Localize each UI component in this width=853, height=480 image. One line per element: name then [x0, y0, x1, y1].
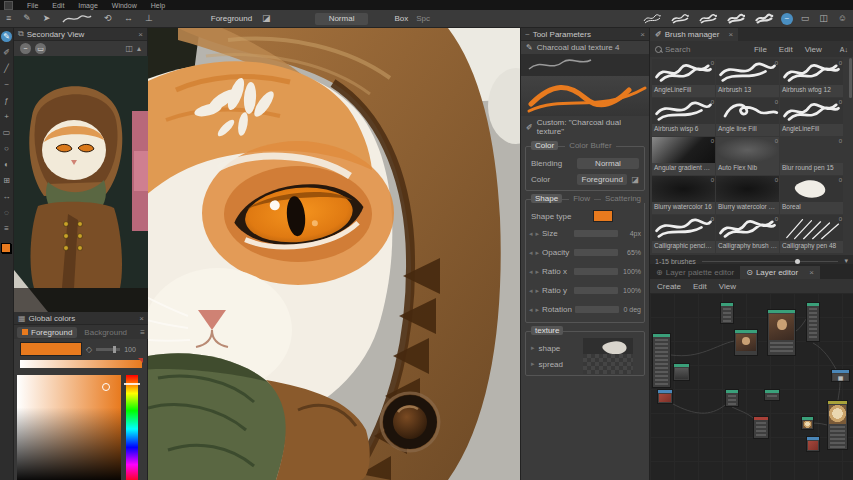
layer-node[interactable] [764, 389, 780, 401]
texture-thumb[interactable] [583, 354, 633, 374]
menu-icon[interactable]: ≡ [140, 328, 145, 337]
brush-card[interactable]: 0Airbrush wfog 12 [780, 59, 843, 97]
brush-icon[interactable]: ✎ [21, 14, 33, 23]
node-header[interactable] [674, 364, 689, 367]
node-header[interactable] [658, 390, 672, 393]
node-header[interactable] [754, 417, 768, 420]
slider-ratio-x[interactable]: ◂▸Ratio x100% [526, 262, 644, 281]
layer-node[interactable] [734, 329, 758, 356]
node-graph-canvas[interactable]: ▦ [650, 293, 853, 480]
collapse-icon[interactable]: ▴ [137, 44, 141, 53]
tab-flow[interactable]: Flow [569, 194, 594, 203]
zoom-tool[interactable]: ◌ [1, 207, 12, 218]
layer-node[interactable] [753, 416, 769, 439]
pin-icon[interactable]: ◂ [529, 249, 533, 257]
layer-node[interactable] [827, 400, 848, 450]
layer-copy-icon[interactable]: ◪ [260, 14, 273, 23]
menu-help[interactable]: Help [151, 2, 165, 9]
node-header[interactable] [721, 303, 733, 306]
tab-scattering[interactable]: Scattering [601, 194, 645, 203]
brush-card[interactable]: 0Boreal [780, 176, 843, 214]
brush-tool[interactable]: ✎ [1, 31, 12, 42]
close-icon[interactable]: × [139, 314, 144, 323]
slider-size[interactable]: ◂▸Size4px [526, 224, 644, 243]
hue-strip[interactable] [126, 375, 138, 480]
mirror-icon[interactable]: ⊥ [143, 14, 155, 23]
expand-icon[interactable]: ▸ [536, 306, 540, 314]
eyedropper-tool[interactable]: + [1, 111, 12, 122]
brush-card[interactable]: 0Airbrush wisp 6 [652, 98, 715, 136]
brush-card[interactable]: 0Angular gradient curve... [652, 137, 715, 175]
bm-menu-file[interactable]: File [754, 45, 767, 54]
node-header[interactable] [765, 390, 779, 393]
user-icon[interactable]: ☺ [836, 14, 849, 23]
custom-row[interactable]: ✐ Custom: "Charcoal dual texture" [521, 116, 649, 138]
le-menu-create[interactable]: Create [657, 282, 681, 291]
expand-icon[interactable]: ▸ [536, 249, 540, 257]
slider-opacity[interactable]: ◂▸Opacity65% [526, 243, 644, 262]
bm-menu-view[interactable]: View [805, 45, 822, 54]
pin-icon[interactable]: ◂ [529, 287, 533, 295]
opacity-mini-slider[interactable] [96, 348, 120, 351]
flip-icon[interactable]: ↔ [122, 14, 135, 23]
brush-card[interactable]: 0AngleLineFill [652, 59, 715, 97]
frame-mode-icon[interactable]: ▭ [35, 43, 46, 54]
smudge-tool[interactable]: ~ [1, 79, 12, 90]
brush-preset-3[interactable] [697, 12, 719, 25]
slider-track[interactable] [574, 249, 618, 256]
le-menu-edit[interactable]: Edit [693, 282, 707, 291]
expand-icon[interactable]: ▸ [536, 287, 540, 295]
brush-preset-5[interactable] [753, 12, 775, 25]
search-input[interactable]: Search [655, 45, 733, 54]
layer-node[interactable] [806, 436, 820, 452]
brush-card[interactable]: 0Calligraphy brush 23 [716, 215, 779, 253]
box-toggle[interactable]: Box [394, 14, 408, 23]
brush-card[interactable]: 0AngleLineFill [780, 98, 843, 136]
pin-icon[interactable]: ◂ [529, 268, 533, 276]
app-icon[interactable] [4, 1, 13, 10]
le-menu-view[interactable]: View [719, 282, 736, 291]
marquee-tool[interactable]: ▭ [1, 127, 12, 138]
slider-track[interactable] [574, 268, 618, 275]
rotate-icon[interactable]: ⟲ [102, 14, 114, 23]
texture-row-spread[interactable]: ▸spread [526, 356, 644, 372]
brush-manager-tab[interactable]: ✐ Brush manager × [650, 28, 738, 41]
preset-row[interactable]: ✎ Charcoal dual texture 4 [521, 41, 649, 54]
slider-track[interactable] [574, 230, 618, 237]
node-header[interactable] [802, 417, 813, 420]
shape-type-swatch[interactable] [593, 210, 613, 222]
expand-icon[interactable]: ▸ [536, 230, 540, 238]
diamond-icon[interactable]: ◇ [86, 345, 92, 354]
message-icon[interactable]: ▭ [799, 14, 812, 23]
bm-menu-edit[interactable]: Edit [779, 45, 793, 54]
expand-icon[interactable]: ▸ [536, 268, 540, 276]
spc-toggle[interactable]: Spc [416, 14, 430, 23]
node-header[interactable] [726, 390, 738, 393]
menu-window[interactable]: Window [112, 2, 137, 9]
brush-card[interactable]: 0Calligraphy pen 48 [780, 215, 843, 253]
color-swatches[interactable] [1, 243, 12, 254]
cursor-icon[interactable]: ➤ [41, 14, 53, 23]
layer-node[interactable]: ▦ [831, 369, 850, 382]
layer-node[interactable] [767, 309, 796, 356]
active-tool-indicator[interactable]: ~ [781, 13, 793, 25]
main-canvas[interactable] [148, 28, 520, 480]
layer-node[interactable] [806, 302, 820, 342]
brush-preset-2[interactable] [669, 12, 691, 25]
menu-grip-icon[interactable]: ≡ [4, 14, 13, 23]
brush-card[interactable]: 0Calligraphic pencil 266 [652, 215, 715, 253]
color-select[interactable]: Foreground [577, 174, 627, 185]
node-header[interactable] [828, 401, 847, 404]
layer-node[interactable] [725, 389, 739, 407]
sort-icon[interactable]: A↓ [840, 46, 848, 53]
menu-edit[interactable]: Edit [52, 2, 64, 9]
expand-icon[interactable]: ▸ [531, 344, 535, 352]
close-icon[interactable]: × [809, 268, 814, 277]
secondary-view-canvas[interactable] [14, 56, 148, 312]
airbrush-tool[interactable]: ƒ [1, 95, 12, 106]
expand-icon[interactable]: ▸ [531, 360, 535, 368]
tab-layer-editor[interactable]: ⊙ Layer editor × [740, 266, 820, 279]
tab-texture[interactable]: texture [531, 326, 563, 335]
tab-foreground[interactable]: Foreground [17, 327, 77, 338]
hue-cursor[interactable] [124, 383, 140, 385]
